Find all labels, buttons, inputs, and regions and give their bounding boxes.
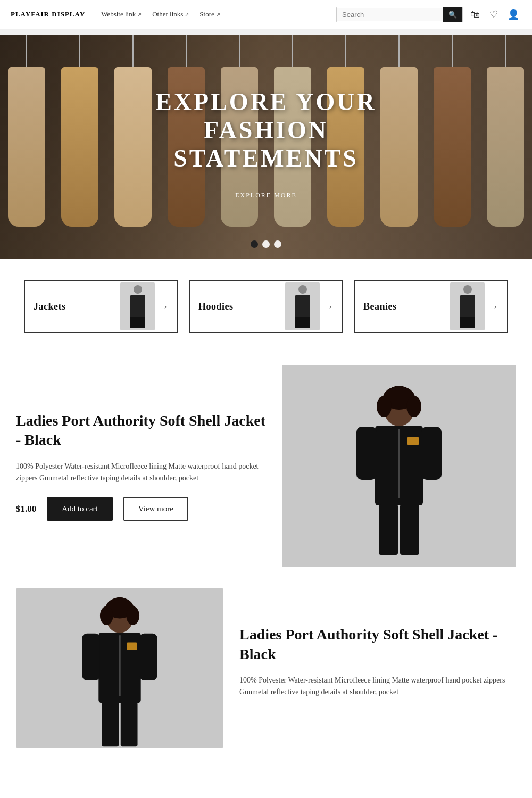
product-row-1: Ladies Port Authority Soft Shell Jacket … — [16, 365, 516, 567]
hero-content: EXPLORE YOUR FASHION STATEMENTS EXPLORE … — [155, 88, 377, 205]
product-title-1: Ladies Port Authority Soft Shell Jacket … — [16, 411, 266, 450]
svg-rect-11 — [400, 504, 419, 555]
category-right-jackets: → — [120, 282, 169, 330]
product-title-2: Ladies Port Authority Soft Shell Jacket … — [239, 625, 516, 664]
nav-links: Website link ↗ Other links ↗ Store ↗ — [101, 10, 336, 19]
svg-rect-10 — [379, 504, 398, 555]
svg-point-3 — [377, 396, 392, 417]
product-price-1: $1.00 — [16, 504, 36, 514]
external-link-icon: ↗ — [216, 12, 220, 18]
hero-dots — [251, 240, 281, 248]
svg-rect-8 — [421, 427, 442, 480]
category-right-hoodies: → — [285, 282, 334, 330]
category-thumb-beanies — [450, 282, 485, 330]
category-thumb-hoodies — [285, 282, 320, 330]
svg-rect-23 — [121, 702, 138, 747]
svg-point-15 — [100, 606, 113, 625]
product-figure-2 — [72, 588, 168, 748]
svg-point-4 — [406, 396, 421, 417]
nav-link-store[interactable]: Store ↗ — [200, 10, 220, 19]
hero-dot-1[interactable] — [251, 240, 258, 248]
navigation: PLAYFAIR DISPLAY Website link ↗ Other li… — [0, 0, 532, 29]
product-price-row-1: $1.00 Add to cart View more — [16, 497, 266, 521]
svg-rect-22 — [102, 702, 119, 747]
product-info-1: Ladies Port Authority Soft Shell Jacket … — [16, 365, 282, 567]
product-row-2: Ladies Port Authority Soft Shell Jacket … — [16, 588, 516, 748]
product-figure-1 — [346, 376, 452, 556]
search-bar: 🔍 — [336, 7, 463, 22]
svg-rect-6 — [398, 429, 400, 498]
hero-section: EXPLORE YOUR FASHION STATEMENTS EXPLORE … — [0, 35, 532, 259]
hanger-3 — [109, 35, 157, 259]
svg-rect-20 — [139, 634, 157, 680]
view-more-button-1[interactable]: View more — [123, 497, 188, 521]
category-card-beanies[interactable]: Beanies → — [354, 280, 508, 333]
product-desc-1: 100% Polyester Water-resistant Microflee… — [16, 461, 266, 485]
announcement-bar — [0, 29, 532, 35]
cart-icon[interactable]: 🛍 — [468, 7, 482, 22]
category-section: Jackets → Hoodies → — [0, 259, 532, 354]
product-image-2 — [16, 588, 223, 748]
category-card-jackets[interactable]: Jackets → — [24, 280, 178, 333]
site-logo[interactable]: PLAYFAIR DISPLAY — [11, 10, 85, 19]
hero-dot-2[interactable] — [262, 240, 270, 248]
external-link-icon: ↗ — [137, 12, 142, 18]
svg-point-16 — [126, 606, 139, 625]
arrow-right-icon: → — [488, 301, 498, 313]
external-link-icon: ↗ — [185, 12, 189, 18]
nav-link-website[interactable]: Website link ↗ — [101, 10, 142, 19]
category-right-beanies: → — [450, 282, 498, 330]
arrow-right-icon: → — [323, 301, 334, 313]
search-button[interactable]: 🔍 — [443, 7, 462, 22]
hero-title: EXPLORE YOUR FASHION STATEMENTS — [155, 88, 377, 173]
svg-rect-21 — [127, 642, 137, 650]
hanger-2 — [56, 35, 104, 259]
svg-rect-7 — [356, 427, 377, 480]
hero-dot-3[interactable] — [274, 240, 281, 248]
category-thumb-jackets — [120, 282, 155, 330]
explore-more-button[interactable]: EXPLORE MORE — [220, 186, 312, 205]
hanger-8 — [375, 35, 423, 259]
arrow-right-icon: → — [158, 301, 169, 313]
category-card-hoodies[interactable]: Hoodies → — [189, 280, 343, 333]
svg-rect-18 — [119, 635, 121, 696]
account-icon[interactable]: 👤 — [505, 6, 521, 22]
svg-rect-9 — [407, 437, 419, 445]
category-label-beanies: Beanies — [363, 301, 397, 312]
add-to-cart-button-1[interactable]: Add to cart — [47, 497, 112, 521]
product-info-2: Ladies Port Authority Soft Shell Jacket … — [223, 588, 516, 748]
nav-right: 🔍 🛍 ♡ 👤 — [336, 6, 521, 22]
hanger-10 — [481, 35, 529, 259]
product-section: Ladies Port Authority Soft Shell Jacket … — [0, 354, 532, 791]
search-input[interactable] — [337, 8, 443, 21]
wishlist-icon[interactable]: ♡ — [487, 6, 500, 22]
product-image-1 — [282, 365, 516, 567]
category-label-jackets: Jackets — [34, 301, 66, 312]
hanger-9 — [428, 35, 476, 259]
product-desc-2: 100% Polyester Water-resistant Microflee… — [239, 675, 516, 699]
svg-rect-19 — [82, 634, 100, 680]
nav-link-other[interactable]: Other links ↗ — [152, 10, 189, 19]
search-icon: 🔍 — [448, 11, 457, 19]
category-label-hoodies: Hoodies — [198, 301, 234, 312]
hanger-1 — [3, 35, 51, 259]
